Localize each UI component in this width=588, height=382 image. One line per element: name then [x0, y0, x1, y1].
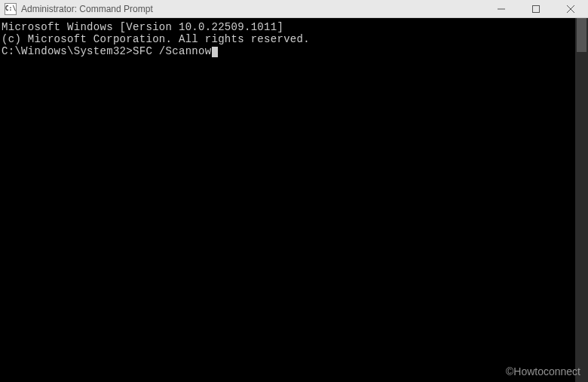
minimize-button[interactable]	[484, 0, 519, 17]
close-button[interactable]	[553, 0, 588, 17]
minimize-icon	[498, 5, 505, 13]
window-title: Administrator: Command Prompt	[21, 4, 484, 14]
terminal-prompt: C:\Windows\System32>	[2, 45, 133, 57]
titlebar: C:\ Administrator: Command Prompt	[0, 0, 588, 18]
window-controls	[484, 0, 588, 17]
terminal-prompt-line: C:\Windows\System32>SFC /Scannow	[2, 45, 586, 57]
terminal-output[interactable]: Microsoft Windows [Version 10.0.22509.10…	[0, 18, 588, 382]
terminal-cursor	[212, 47, 218, 57]
close-icon	[567, 5, 574, 13]
scrollbar-thumb[interactable]	[577, 18, 586, 52]
maximize-button[interactable]	[519, 0, 553, 17]
watermark: ©Howtoconnect	[506, 365, 580, 377]
maximize-icon	[532, 5, 540, 13]
terminal-command: SFC /Scannow	[133, 45, 211, 57]
svg-rect-1	[533, 5, 540, 12]
cmd-icon-text: C:\	[5, 5, 16, 12]
vertical-scrollbar[interactable]	[575, 18, 588, 382]
cmd-icon: C:\	[5, 3, 17, 15]
terminal-line-copyright: (c) Microsoft Corporation. All rights re…	[2, 33, 586, 45]
terminal-line-version: Microsoft Windows [Version 10.0.22509.10…	[2, 21, 586, 33]
